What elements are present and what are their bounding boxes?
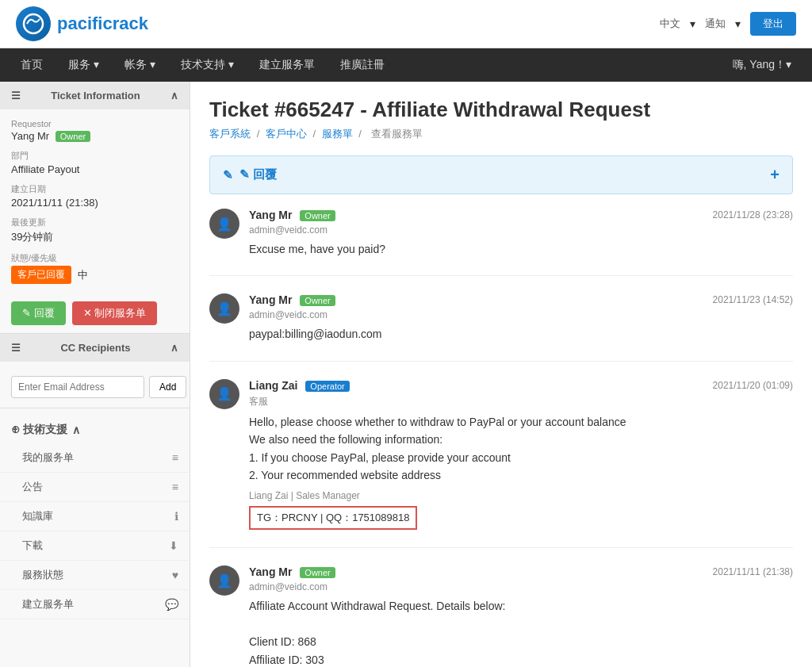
- logo-text: pacificrack: [57, 13, 148, 34]
- breadcrumb: 客戶系統 / 客戶中心 / 服務單 / 查看服務單: [209, 127, 793, 141]
- requestor-label: Requestor: [11, 119, 178, 128]
- message-2: 👤 Yang Mr Owner 2021/11/23 (14:52) admin…: [209, 293, 793, 361]
- msg-body-3: Liang Zai Operator 2021/11/20 (01:09) 客服…: [249, 379, 793, 531]
- sidebar-item-status[interactable]: 服務狀態 ♥: [0, 561, 190, 590]
- reply-header-left: ✎ ✎ 回覆: [223, 167, 277, 182]
- cc-add-button[interactable]: Add: [149, 376, 186, 398]
- last-updated-label: 最後更新: [11, 217, 178, 228]
- message-4: 👤 Yang Mr Owner 2021/11/11 (21:38) admin…: [209, 565, 793, 667]
- announcements-icon: ≡: [172, 481, 178, 493]
- sidebar-item-create[interactable]: 建立服务单 💬: [0, 590, 190, 619]
- sidebar-actions: ✎ 回覆 ✕ 制闭服务单: [0, 293, 190, 333]
- sidebar-item-knowledge[interactable]: 知識庫 ℹ: [0, 502, 190, 531]
- msg-role-4: Owner: [300, 567, 335, 578]
- header-right: 中文 ▾ 通知 ▾ 登出: [660, 12, 796, 36]
- message-1: 👤 Yang Mr Owner 2021/11/28 (23:28) admin…: [209, 209, 793, 276]
- msg-role-3: Operator: [305, 381, 349, 392]
- sidebar-item-downloads[interactable]: 下載 ⬇: [0, 531, 190, 561]
- msg-text-4: Affiliate Account Withdrawal Request. De…: [249, 597, 793, 667]
- breadcrumb-tickets[interactable]: 服務單: [322, 128, 353, 140]
- requestor-value: Yang Mr Owner: [11, 130, 178, 142]
- nav-item-billing[interactable]: 帐务 ▾: [112, 48, 168, 82]
- cc-collapse: ∧: [170, 342, 178, 354]
- cc-header[interactable]: ☰ CC Recipients ∧: [0, 334, 190, 362]
- logo-icon: [16, 6, 51, 41]
- ticket-info-header[interactable]: ☰ Ticket Information ∧: [0, 82, 190, 109]
- message-3: 👤 Liang Zai Operator 2021/11/20 (01:09) …: [209, 379, 793, 549]
- sidebar-nav-label: ⊕ 技術支援: [11, 423, 67, 437]
- msg-email-3: 客服: [249, 395, 793, 408]
- nav-item-promo[interactable]: 推廣註冊: [327, 48, 397, 82]
- announcements-label: 公告: [22, 480, 43, 494]
- msg-body-2: Yang Mr Owner 2021/11/23 (14:52) admin@v…: [249, 293, 793, 343]
- avatar-3: 👤: [209, 379, 239, 409]
- msg-header-4: Yang Mr Owner 2021/11/11 (21:38): [249, 565, 793, 578]
- msg-header-2: Yang Mr Owner 2021/11/23 (14:52): [249, 293, 793, 306]
- knowledge-icon: ℹ: [174, 510, 178, 523]
- knowledge-label: 知識庫: [22, 509, 53, 523]
- breadcrumb-client-system[interactable]: 客戶系統: [209, 128, 251, 140]
- sidebar-nav-section: ⊕ 技術支援 ∧ 我的服务单 ≡ 公告 ≡ 知識庫 ℹ 下載 ⬇ 服務狀態 ♥: [0, 408, 190, 627]
- nav-item-create-order[interactable]: 建立服务單: [247, 48, 327, 82]
- department-label: 部門: [11, 150, 178, 162]
- msg-role-2: Owner: [300, 295, 335, 306]
- msg-header-3: Liang Zai Operator 2021/11/20 (01:09): [249, 379, 793, 392]
- avatar-1: 👤: [209, 209, 239, 239]
- avatar-4: 👤: [209, 565, 239, 596]
- created-value: 2021/11/11 (21:38): [11, 197, 178, 209]
- ticket-info-section: ☰ Ticket Information ∧ Requestor Yang Mr…: [0, 82, 190, 334]
- msg-signature-3: Liang Zai | Sales Manager: [249, 490, 793, 501]
- reply-button[interactable]: ✎ 回覆: [11, 301, 66, 325]
- owner-badge: Owner: [56, 131, 90, 142]
- close-ticket-button[interactable]: ✕ 制闭服务单: [72, 301, 158, 325]
- cc-section: ☰ CC Recipients ∧ Add: [0, 334, 190, 408]
- msg-author-3: Liang Zai: [249, 379, 297, 392]
- logo: pacificrack: [16, 6, 148, 41]
- lang-selector[interactable]: 中文: [660, 17, 680, 31]
- department-value: Affiliate Payout: [11, 163, 178, 175]
- svg-point-0: [24, 14, 43, 33]
- sidebar-item-announcements[interactable]: 公告 ≡: [0, 473, 190, 502]
- reply-icon: ✎: [223, 168, 233, 182]
- reply-toggle[interactable]: ✎ ✎ 回覆 +: [209, 155, 793, 194]
- created-label: 建立日期: [11, 183, 178, 195]
- cc-body: Add: [0, 362, 190, 408]
- sidebar-item-my-tickets[interactable]: 我的服务单 ≡: [0, 443, 190, 473]
- my-tickets-icon: ≡: [172, 451, 178, 464]
- ticket-info-body: Requestor Yang Mr Owner 部門 Affiliate Pay…: [0, 109, 190, 293]
- dropdown-icon: ▾: [690, 17, 695, 30]
- ticket-info-collapse: ∧: [170, 90, 178, 102]
- sidebar-nav-header[interactable]: ⊕ 技術支援 ∧: [0, 416, 190, 443]
- cc-email-input[interactable]: [11, 376, 144, 398]
- msg-text-2: paypal:billing@iaodun.com: [249, 325, 793, 343]
- msg-author-1: Yang Mr: [249, 209, 292, 221]
- priority-value: 中: [78, 268, 88, 282]
- create-icon: 💬: [165, 598, 178, 611]
- logout-button[interactable]: 登出: [750, 12, 796, 36]
- status-nav-icon: ♥: [172, 569, 178, 581]
- msg-text-3: Hello, please choose whether to withdraw…: [249, 413, 793, 485]
- nav-user[interactable]: 嗨, Yang！▾: [720, 48, 804, 82]
- msg-author-2: Yang Mr: [249, 293, 292, 306]
- breadcrumb-current: 查看服務單: [371, 128, 423, 140]
- msg-highlight-3: TG：PRCNY | QQ：1751089818: [249, 506, 417, 530]
- nav-item-services[interactable]: 服务 ▾: [56, 48, 112, 82]
- main-content: Ticket #665247 - Affiliate Withdrawal Re…: [190, 82, 812, 667]
- downloads-icon: ⬇: [169, 539, 178, 552]
- msg-body-4: Yang Mr Owner 2021/11/11 (21:38) admin@v…: [249, 565, 793, 667]
- msg-email-1: admin@veidc.com: [249, 224, 793, 236]
- notify-link[interactable]: 通知: [705, 17, 726, 31]
- msg-author-4: Yang Mr: [249, 565, 292, 578]
- nav-item-home[interactable]: 首页: [8, 48, 56, 82]
- msg-email-4: admin@veidc.com: [249, 581, 793, 592]
- reply-expand-icon: +: [770, 166, 779, 184]
- msg-author-row-2: Yang Mr Owner: [249, 293, 335, 306]
- breadcrumb-client-center[interactable]: 客戶中心: [266, 128, 307, 140]
- my-tickets-label: 我的服务单: [22, 450, 74, 465]
- msg-date-1: 2021/11/28 (23:28): [713, 209, 793, 220]
- nav-item-support[interactable]: 技术支持 ▾: [168, 48, 247, 82]
- msg-email-2: admin@veidc.com: [249, 309, 793, 320]
- main-layout: ☰ Ticket Information ∧ Requestor Yang Mr…: [0, 82, 812, 667]
- msg-text-1: Excuse me, have you paid?: [249, 240, 793, 258]
- downloads-label: 下載: [22, 539, 43, 553]
